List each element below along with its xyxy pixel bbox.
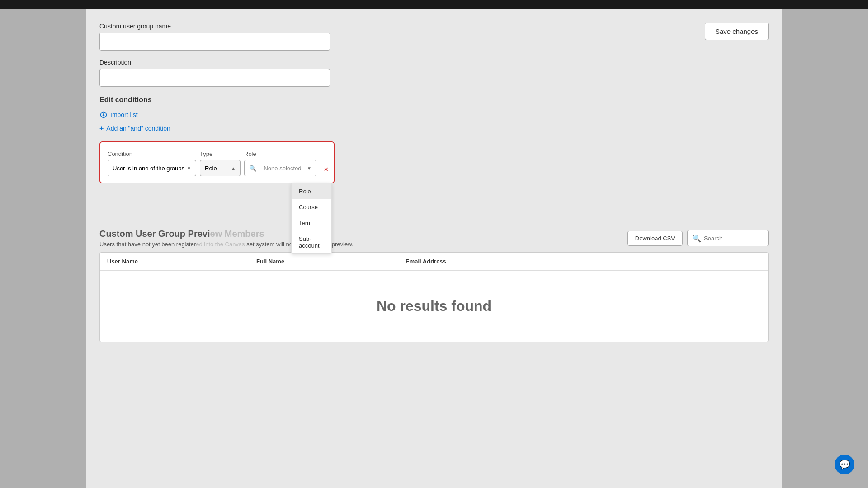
- search-bar[interactable]: 🔍: [687, 230, 769, 246]
- condition-card: Condition User is in one of the groups ▼…: [99, 141, 335, 183]
- no-results-message: No results found: [100, 271, 768, 342]
- chat-button[interactable]: 💬: [835, 455, 854, 474]
- condition-value: User is in one of the groups: [113, 165, 184, 172]
- save-changes-button[interactable]: Save changes: [705, 23, 769, 40]
- delete-condition-button[interactable]: ×: [322, 165, 330, 174]
- preview-title-rest: ustom User Group Previ: [106, 229, 210, 239]
- type-chevron-up-icon: ▲: [231, 166, 236, 171]
- preview-title-prefix: C: [99, 229, 106, 239]
- col-username: User Name: [107, 258, 256, 265]
- preview-header-row: Custom User Group Preview Members Users …: [99, 229, 769, 248]
- preview-section: Custom User Group Preview Members Users …: [99, 229, 769, 342]
- add-condition-button[interactable]: + Add an "and" condition: [99, 124, 170, 132]
- plus-icon: +: [99, 124, 104, 132]
- preview-title: Custom User Group Preview Members: [99, 230, 264, 238]
- table-container: User Name Full Name Email Address No res…: [99, 252, 769, 342]
- role-column: Role 🔍 None selected ▼: [244, 150, 316, 176]
- type-dropdown-menu: Role Course Term Sub-account: [291, 183, 332, 254]
- type-value: Role: [205, 165, 217, 172]
- search-bar-icon: 🔍: [692, 234, 701, 243]
- form-section: Custom user group name Description Edit …: [99, 23, 769, 192]
- import-icon: [99, 111, 108, 119]
- description-field-group: Description: [99, 59, 769, 87]
- main-content: Save changes Custom user group name Desc…: [86, 9, 782, 488]
- condition-column: Condition User is in one of the groups ▼: [108, 150, 196, 176]
- import-list-label: Import list: [110, 111, 138, 118]
- import-list-button[interactable]: Import list: [99, 111, 138, 119]
- add-condition-label: Add an "and" condition: [106, 125, 170, 132]
- col-fullname: Full Name: [256, 258, 406, 265]
- dropdown-item-course[interactable]: Course: [292, 199, 331, 215]
- chat-icon: 💬: [839, 459, 850, 470]
- condition-col-label: Condition: [108, 150, 196, 157]
- download-csv-button[interactable]: Download CSV: [627, 231, 683, 246]
- dropdown-item-subaccount[interactable]: Sub-account: [292, 231, 331, 253]
- condition-fields-row: Condition User is in one of the groups ▼…: [108, 150, 326, 176]
- top-bar: [0, 0, 868, 9]
- dropdown-item-term[interactable]: Term: [292, 215, 331, 231]
- header-actions: Download CSV 🔍: [627, 230, 769, 246]
- role-col-label: Role: [244, 150, 316, 157]
- condition-select[interactable]: User is in one of the groups ▼: [108, 160, 196, 176]
- role-chevron-down-icon: ▼: [307, 166, 311, 171]
- table-header-row: User Name Full Name Email Address: [100, 253, 768, 271]
- type-column: Type Role ▲ Role Course Term Sub-account: [200, 150, 241, 176]
- col-email: Email Address: [406, 258, 761, 265]
- type-select[interactable]: Role ▲: [200, 160, 241, 176]
- group-name-input[interactable]: [99, 33, 330, 51]
- edit-conditions-title: Edit conditions: [99, 96, 769, 104]
- search-icon: 🔍: [249, 165, 256, 172]
- type-col-label: Type: [200, 150, 241, 157]
- search-input[interactable]: [704, 235, 767, 242]
- description-input[interactable]: [99, 69, 330, 87]
- group-name-label: Custom user group name: [99, 23, 769, 30]
- role-select[interactable]: 🔍 None selected ▼: [244, 160, 316, 176]
- description-label: Description: [99, 59, 769, 66]
- group-name-field-group: Custom user group name: [99, 23, 769, 51]
- condition-chevron-down-icon: ▼: [187, 166, 191, 171]
- role-placeholder: None selected: [264, 165, 301, 172]
- dropdown-item-role[interactable]: Role: [292, 183, 331, 199]
- preview-title-hidden: ew Members: [210, 229, 264, 239]
